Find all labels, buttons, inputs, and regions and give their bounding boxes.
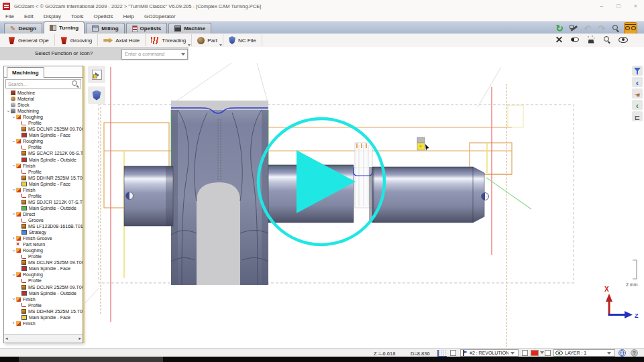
tree-item[interactable]: Main Spindle - Face <box>4 265 83 272</box>
menu-help[interactable]: Help <box>123 13 134 19</box>
simulate-button[interactable] <box>585 34 597 45</box>
undo-button[interactable] <box>582 23 594 34</box>
expander-icon[interactable]: › <box>11 237 15 241</box>
tree-item[interactable]: Main Spindle - Face <box>4 181 83 187</box>
tree-item[interactable]: Profile <box>4 302 83 308</box>
color-checkbox[interactable] <box>522 350 528 356</box>
expander-icon[interactable]: › <box>11 249 15 253</box>
glasses-button[interactable] <box>624 22 637 34</box>
tree-item[interactable]: ›Finish <box>4 320 83 326</box>
tree-item[interactable]: ›Roughing <box>4 272 83 278</box>
menu-go2operator[interactable]: GO2operator <box>144 13 176 19</box>
datum-sphere-left[interactable] <box>126 192 133 200</box>
close-button[interactable]: × <box>634 3 637 9</box>
expander-icon[interactable]: › <box>11 321 15 325</box>
tree-item[interactable]: MS DCLNR 2525M 09.T00 <box>4 259 83 265</box>
prev-green-button[interactable] <box>632 100 643 110</box>
tree-item[interactable]: Main Spindle - Face <box>4 132 83 138</box>
part-button[interactable]: Part <box>192 34 223 46</box>
minimize-button[interactable]: – <box>600 3 603 9</box>
tree-item[interactable]: Material <box>4 96 83 102</box>
tree-item[interactable]: Main Spindle - Outside <box>4 290 83 296</box>
tree-item[interactable]: Machine <box>4 90 83 96</box>
analysis-tools-button[interactable] <box>553 34 565 45</box>
scroll-right-icon[interactable]: ▸ <box>78 336 81 341</box>
zoom-button[interactable] <box>610 23 622 34</box>
tree-item[interactable]: MS DDHNR 2525M 15.T00 <box>4 308 83 314</box>
tree-item[interactable]: Main Spindle - Outside <box>4 205 83 211</box>
zoom-window-button[interactable] <box>601 34 613 45</box>
axial-hole-button[interactable]: Axial Hole <box>98 34 146 46</box>
tree-item[interactable]: Main Spindle - Face <box>4 314 83 320</box>
tree-item[interactable]: ›Machining <box>4 108 83 114</box>
plane-checkbox[interactable] <box>450 350 456 356</box>
tool-insert-marker[interactable] <box>417 137 429 151</box>
caliper-button[interactable] <box>568 23 580 34</box>
menu-file[interactable]: File <box>5 13 14 19</box>
expander-icon[interactable]: › <box>11 297 15 301</box>
sync-button[interactable] <box>553 23 566 34</box>
prev-blue-button[interactable] <box>632 77 643 87</box>
tab-machining[interactable]: Machining <box>7 67 44 78</box>
tree-item[interactable]: ›Finish <box>4 296 83 302</box>
tree-item[interactable]: ›Finish Groove <box>4 235 83 241</box>
tree-item[interactable]: Profile <box>4 278 83 284</box>
tab-turning[interactable]: Turning <box>44 21 85 34</box>
visibility-button[interactable] <box>617 34 629 45</box>
current-color-swatch[interactable] <box>531 350 539 356</box>
tree-item[interactable]: MS DCLNR 2525M 09.T00 <box>4 284 83 290</box>
tree-search-box[interactable]: Search... <box>5 79 81 88</box>
menu-display[interactable]: Display <box>44 13 61 19</box>
tree-item[interactable]: ›Finish <box>4 187 83 193</box>
simulation-launch-button[interactable] <box>88 66 105 83</box>
scroll-left-icon[interactable]: ◂ <box>5 336 8 341</box>
maximize-button[interactable]: □ <box>616 3 620 9</box>
tree-item[interactable]: ›Roughing <box>4 247 83 253</box>
threading-button[interactable]: Threading <box>146 34 192 46</box>
workplane-combobox[interactable]: #2 : REVOLUTION <box>460 349 519 357</box>
tree-item[interactable]: Stock <box>4 102 83 108</box>
general-ope-button[interactable]: General Ope <box>3 34 55 46</box>
tree-item[interactable]: MS DDHNR 2525M 15.T00 <box>4 175 83 181</box>
filter-button[interactable] <box>632 66 643 76</box>
nc-file-button[interactable]: NC File <box>223 34 262 46</box>
layer-checkbox[interactable] <box>545 350 551 356</box>
tree-item[interactable]: MS SCACR 1212K 06-S.T0 <box>4 150 83 156</box>
expander-icon[interactable]: › <box>11 212 15 216</box>
tree-item[interactable]: Profile <box>4 193 83 199</box>
hand-pick-button[interactable] <box>632 88 643 99</box>
eraser-button[interactable] <box>569 34 581 45</box>
tree-item[interactable]: Groove <box>4 217 83 223</box>
tree-item[interactable]: Profile <box>4 144 83 150</box>
tab-design[interactable]: Design <box>4 23 42 34</box>
tree-item[interactable]: Profile <box>4 253 83 259</box>
tree-item[interactable]: ›Finish <box>4 163 83 169</box>
menu-opelists[interactable]: Opelists <box>94 13 113 19</box>
tree-item[interactable]: Strategy <box>4 229 83 235</box>
menu-edit[interactable]: Edit <box>24 13 34 19</box>
panel-splitter[interactable] <box>83 66 85 343</box>
help-icon[interactable] <box>631 349 638 357</box>
tab-machine[interactable]: Machine <box>168 23 211 34</box>
tab-milling[interactable]: Milling <box>86 23 124 34</box>
tree-item[interactable]: MS SDJCR 1212K 07-S.T0 <box>4 199 83 205</box>
color-caret-icon[interactable] <box>540 351 544 354</box>
tree-item[interactable]: Profile <box>4 169 83 175</box>
tree-item[interactable]: Part return <box>4 241 83 247</box>
shield-button[interactable] <box>88 86 105 104</box>
tab-opelists[interactable]: Opelists <box>126 23 168 34</box>
datum-sphere-right[interactable] <box>482 193 489 200</box>
grooving-button[interactable]: Grooving <box>55 34 98 46</box>
tree-item[interactable]: Main Spindle - Outside <box>4 157 83 163</box>
viewport[interactable]: 2 mm X Z Machining Search... <box>0 60 644 348</box>
tree-item[interactable]: ›Direct <box>4 211 83 217</box>
horizontal-scrollbar[interactable]: ◂ ▸ <box>4 334 83 342</box>
tree-item[interactable]: MS LF123D08-1616B.T01 <box>4 223 83 229</box>
redo-button[interactable] <box>596 23 608 34</box>
expander-icon[interactable]: › <box>6 109 10 113</box>
layer-combobox[interactable]: LAYER : 1 <box>553 349 615 357</box>
expander-icon[interactable]: › <box>11 273 15 277</box>
tree-item[interactable]: ›Roughing <box>4 138 83 144</box>
expander-icon[interactable]: › <box>11 164 15 168</box>
expander-icon[interactable]: › <box>11 188 15 192</box>
